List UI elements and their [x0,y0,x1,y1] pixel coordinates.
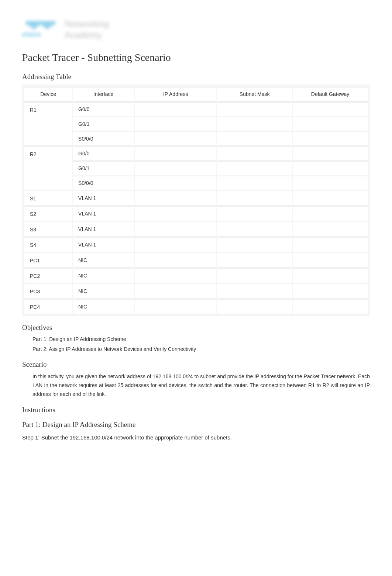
table-row: G0/1 [24,161,368,175]
addressing-table-heading: Addressing Table [22,73,370,81]
cell-gateway [293,206,368,221]
cell-interface: VLAN 1 [73,222,134,237]
instructions-heading: Instructions [22,406,370,414]
cell-mask [217,191,292,206]
table-row: S0/0/0 [24,132,368,146]
col-mask: Subnet Mask [217,87,292,101]
cell-ip [135,146,216,161]
objective-item: Part 1: Design an IP Addressing Scheme [32,335,370,343]
addressing-table: Device Interface IP Address Subnet Mask … [22,84,370,316]
col-ip: IP Address [135,87,216,101]
cell-mask [217,161,292,175]
col-gateway: Default Gateway [293,87,368,101]
cell-device: S1 [24,191,72,206]
cell-mask [217,299,292,314]
cell-gateway [293,237,368,252]
cell-device: PC1 [24,253,72,268]
cell-interface: G0/0 [73,146,134,161]
cell-interface: G0/1 [73,117,134,131]
table-row: PC2NIC [24,268,368,283]
objective-item: Part 2: Assign IP Addresses to Network D… [32,345,370,353]
cell-gateway [293,191,368,206]
cell-device: PC3 [24,284,72,299]
table-header-row: Device Interface IP Address Subnet Mask … [24,87,368,101]
cell-mask [217,284,292,299]
table-row: S1VLAN 1 [24,191,368,206]
page-title: Packet Tracer - Subnetting Scenario [22,52,370,63]
cell-mask [217,176,292,190]
cell-mask [217,268,292,283]
cell-device: PC4 [24,299,72,314]
table-row: R1G0/0 [24,102,368,116]
step1-text: Step 1: Subnet the 192.168.100.0/24 netw… [22,434,370,441]
cell-gateway [293,222,368,237]
cell-ip [135,268,216,283]
cell-interface: NIC [73,284,134,299]
cell-interface: VLAN 1 [73,237,134,252]
table-row: PC4NIC [24,299,368,314]
scenario-text: In this activity, you are given the netw… [32,372,370,399]
col-interface: Interface [73,87,134,101]
cell-ip [135,284,216,299]
cell-ip [135,161,216,175]
cell-interface: S0/0/0 [73,176,134,190]
cell-ip [135,132,216,146]
cell-mask [217,222,292,237]
table-row: PC1NIC [24,253,368,268]
logo-subtitle: Networking Academy [65,19,109,40]
brand-logo: cisco Networking Academy [22,18,370,41]
table-row: PC3NIC [24,284,368,299]
cell-device: S3 [24,222,72,237]
logo-line1: Networking [65,19,109,29]
cell-gateway [293,253,368,268]
logo-line2: Academy [65,30,109,40]
cell-gateway [293,132,368,146]
cell-gateway [293,117,368,131]
cell-device: R1 [24,102,72,146]
cell-gateway [293,102,368,116]
cell-ip [135,117,216,131]
cell-interface: S0/0/0 [73,132,134,146]
cell-ip [135,176,216,190]
cell-ip [135,253,216,268]
cell-gateway [293,299,368,314]
cell-interface: VLAN 1 [73,206,134,221]
cell-gateway [293,161,368,175]
table-row: S0/0/0 [24,176,368,190]
cell-interface: G0/0 [73,102,134,116]
cell-gateway [293,284,368,299]
cell-interface: G0/1 [73,161,134,175]
cisco-wordmark: cisco [22,31,59,38]
cell-mask [217,237,292,252]
table-row: G0/1 [24,117,368,131]
cell-gateway [293,176,368,190]
cell-ip [135,222,216,237]
cell-ip [135,102,216,116]
cell-device: S4 [24,237,72,252]
table-row: S2VLAN 1 [24,206,368,221]
cell-ip [135,206,216,221]
cell-ip [135,299,216,314]
cell-mask [217,206,292,221]
cell-interface: NIC [73,253,134,268]
cell-device: S2 [24,206,72,221]
objectives-heading: Objectives [22,324,370,332]
cell-mask [217,146,292,161]
table-row: R2G0/0 [24,146,368,161]
cell-interface: NIC [73,268,134,283]
cell-ip [135,237,216,252]
cell-device: R2 [24,146,72,190]
col-device: Device [24,87,72,101]
cell-device: PC2 [24,268,72,283]
part1-heading: Part 1: Design an IP Addressing Scheme [22,421,370,429]
table-row: S4VLAN 1 [24,237,368,252]
table-row: S3VLAN 1 [24,222,368,237]
cisco-bridge-icon: cisco [22,18,59,41]
cell-mask [217,132,292,146]
cell-mask [217,117,292,131]
cell-mask [217,102,292,116]
cell-gateway [293,146,368,161]
cell-interface: VLAN 1 [73,191,134,206]
cell-interface: NIC [73,299,134,314]
cell-ip [135,191,216,206]
